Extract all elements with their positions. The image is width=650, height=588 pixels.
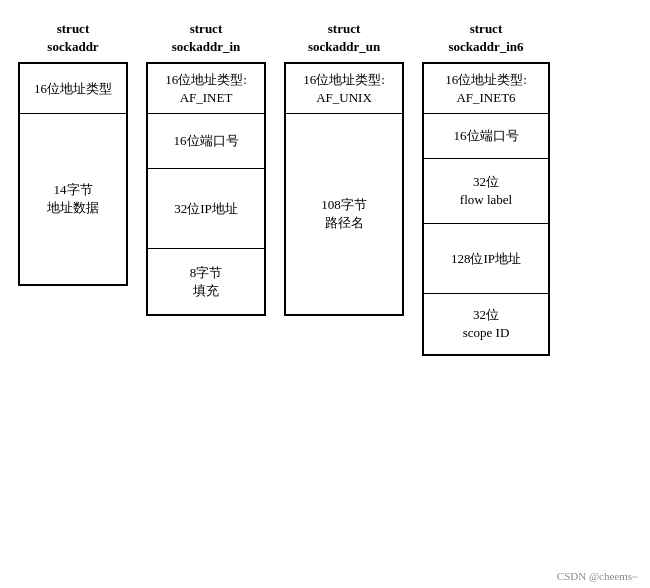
struct-col-sockaddr_un: struct sockaddr_un16位地址类型: AF_UNIX108字节 … [284, 20, 404, 316]
cell-sockaddr_in6-0: 16位地址类型: AF_INET6 [424, 64, 548, 114]
struct-body-sockaddr_in: 16位地址类型: AF_INET16位端口号32位IP地址8字节 填充 [146, 62, 266, 316]
cell-sockaddr_in-2: 32位IP地址 [148, 169, 264, 249]
cell-sockaddr-1: 14字节 地址数据 [20, 114, 126, 284]
cell-sockaddr_in6-4: 32位 scope ID [424, 294, 548, 354]
struct-col-sockaddr: struct sockaddr16位地址类型14字节 地址数据 [18, 20, 128, 286]
struct-col-sockaddr_in6: struct sockaddr_in616位地址类型: AF_INET616位端… [422, 20, 550, 356]
cell-sockaddr_in-0: 16位地址类型: AF_INET [148, 64, 264, 114]
cell-sockaddr_in6-2: 32位 flow label [424, 159, 548, 224]
cell-sockaddr_un-0: 16位地址类型: AF_UNIX [286, 64, 402, 114]
struct-title-sockaddr_in6: struct sockaddr_in6 [448, 20, 523, 56]
cell-sockaddr_in6-3: 128位IP地址 [424, 224, 548, 294]
cell-sockaddr_in-1: 16位端口号 [148, 114, 264, 169]
struct-body-sockaddr: 16位地址类型14字节 地址数据 [18, 62, 128, 286]
struct-title-sockaddr_un: struct sockaddr_un [308, 20, 380, 56]
diagram-container: struct sockaddr16位地址类型14字节 地址数据struct so… [10, 10, 640, 356]
cell-sockaddr-0: 16位地址类型 [20, 64, 126, 114]
cell-sockaddr_in-3: 8字节 填充 [148, 249, 264, 314]
struct-body-sockaddr_un: 16位地址类型: AF_UNIX108字节 路径名 [284, 62, 404, 316]
struct-title-sockaddr: struct sockaddr [47, 20, 98, 56]
struct-title-sockaddr_in: struct sockaddr_in [172, 20, 241, 56]
cell-sockaddr_un-1: 108字节 路径名 [286, 114, 402, 314]
struct-body-sockaddr_in6: 16位地址类型: AF_INET616位端口号32位 flow label128… [422, 62, 550, 356]
watermark: CSDN @cheems~ [557, 570, 638, 582]
cell-sockaddr_in6-1: 16位端口号 [424, 114, 548, 159]
struct-col-sockaddr_in: struct sockaddr_in16位地址类型: AF_INET16位端口号… [146, 20, 266, 316]
